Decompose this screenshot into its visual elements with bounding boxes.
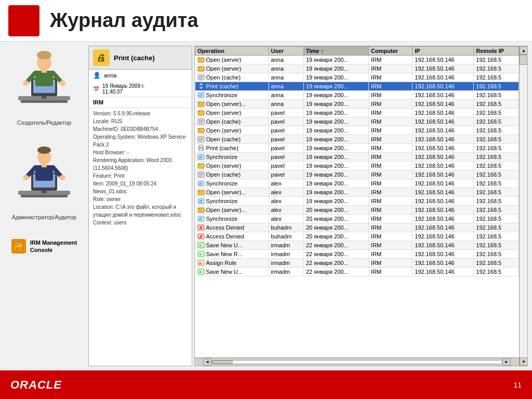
- cell-user: alex: [269, 215, 303, 223]
- cell-remote-ip: 192.168.5: [474, 241, 519, 250]
- table-row[interactable]: Open (server)pavel19 января 200...IRM192…: [195, 162, 519, 170]
- table-row[interactable]: Open (cache)anna19 января 200...IRM192.1…: [195, 73, 519, 82]
- cell-remote-ip: 192.168.5: [474, 109, 519, 117]
- cell-time: 19 января 200...: [303, 135, 368, 144]
- cell-user: alex: [269, 197, 303, 206]
- table-row[interactable]: ✗Access Deniedbuhadm20 января 200...IRM1…: [195, 232, 519, 241]
- cell-computer: IRM: [369, 73, 413, 82]
- svg-rect-46: [199, 123, 202, 124]
- table-row[interactable]: ↺Synchronizealex19 января 200...IRM192.1…: [195, 197, 519, 206]
- cell-user: anna: [269, 64, 303, 73]
- context-info: Context: users: [93, 219, 188, 227]
- table-row[interactable]: Open (cache)pavel19 января 200...IRM192.…: [195, 170, 519, 179]
- person2-svg: [16, 141, 73, 214]
- cell-user: pavel: [269, 153, 303, 162]
- svg-point-19: [37, 147, 51, 154]
- operation-icon: ↺: [197, 197, 205, 205]
- scroll-right-arrow[interactable]: ►: [502, 358, 511, 366]
- operation-text: Open (server): [206, 127, 242, 134]
- table-row[interactable]: +Save New R...irmadm22 января 200...IRM1…: [195, 250, 519, 259]
- cell-remote-ip: 192.168.5: [474, 64, 519, 73]
- table-row[interactable]: ↺Synchronizealex20 января 200...IRM192.1…: [195, 215, 519, 223]
- table-row[interactable]: ✗Access Deniedbuhadm20 января 200...IRM1…: [195, 223, 519, 232]
- cell-operation: ↺Synchronize: [195, 179, 269, 188]
- operation-text: Open (cache): [206, 136, 241, 142]
- operation-text: Print (cache): [206, 145, 238, 151]
- operation-text: Save New U...: [206, 269, 243, 275]
- col-operation[interactable]: Operation: [195, 47, 269, 56]
- cell-user: irmadm: [269, 268, 303, 276]
- table-row[interactable]: Open (cache)pavel19 января 200...IRM192.…: [195, 117, 519, 126]
- user-name: anna: [104, 72, 116, 78]
- table-row[interactable]: ↺Synchronizepavel19 января 200...IRM192.…: [195, 153, 519, 162]
- cell-user: pavel: [269, 109, 303, 117]
- audit-table: Operation User Time ↑ Computer IP Remote…: [195, 46, 519, 276]
- irm-console-label: IRM Management Console: [30, 239, 77, 254]
- cell-computer: IRM: [369, 241, 413, 250]
- scroll-down-arrow[interactable]: ▼: [520, 357, 527, 366]
- table-row[interactable]: +Save New U...irmadm22 января 200...IRM1…: [195, 268, 519, 276]
- operation-text: Save New R...: [206, 251, 243, 257]
- cell-time: 20 января 200...: [303, 215, 368, 223]
- svg-rect-54: [200, 145, 203, 147]
- table-row[interactable]: Open (server)pavel19 января 200...IRM192…: [195, 126, 519, 135]
- table-row[interactable]: Open (cache)pavel19 января 200...IRM192.…: [195, 135, 519, 144]
- cell-computer: IRM: [369, 268, 413, 276]
- cell-time: 22 января 200...: [303, 259, 368, 268]
- table-row[interactable]: ↺Synchronizealex19 января 200...IRM192.1…: [195, 179, 519, 188]
- operation-icon: [197, 206, 205, 214]
- date-value: 19 Январь 2009 г. 11:40:37: [102, 83, 144, 95]
- col-computer[interactable]: Computer: [369, 47, 413, 56]
- table-row[interactable]: Open (server)anna19 января 200...IRM192.…: [195, 56, 519, 64]
- cell-remote-ip: 192.168.5: [474, 223, 519, 232]
- cell-operation: +Save New R...: [195, 250, 269, 259]
- svg-rect-14: [21, 195, 68, 197]
- cell-time: 20 января 200...: [303, 232, 368, 241]
- cell-remote-ip: 192.168.5: [474, 144, 519, 153]
- cell-computer: IRM: [369, 206, 413, 215]
- table-scroll[interactable]: Operation User Time ↑ Computer IP Remote…: [195, 46, 519, 357]
- cell-computer: IRM: [369, 223, 413, 232]
- table-row[interactable]: Open (server)...alex20 января 200...IRM1…: [195, 206, 519, 215]
- operation-text: Open (server)...: [206, 207, 246, 213]
- cell-time: 19 января 200...: [303, 188, 368, 197]
- table-row[interactable]: Open (server)...alex19 января 200...IRM1…: [195, 188, 519, 197]
- table-row[interactable]: RAssign Roleirmadm22 января 200...IRM192…: [195, 259, 519, 268]
- table-row[interactable]: ↺Synchronizeanna19 января 200...IRM192.1…: [195, 91, 519, 100]
- cell-remote-ip: 192.168.5: [474, 232, 519, 241]
- cell-remote-ip: 192.168.5: [474, 188, 519, 197]
- table-row[interactable]: +Save New U...irmadm22 января 200...IRM1…: [195, 241, 519, 250]
- scroll-up-arrow[interactable]: ▲: [520, 46, 527, 55]
- col-user[interactable]: User: [269, 47, 303, 56]
- cell-time: 19 января 200...: [303, 162, 368, 170]
- table-row[interactable]: Open (server)anna19 января 200...IRM192.…: [195, 64, 519, 73]
- person1-figure: Создатель/Редактор: [16, 47, 73, 136]
- scroll-thumb[interactable]: [212, 361, 233, 364]
- table-row[interactable]: Open (server)pavel19 января 200...IRM192…: [195, 109, 519, 117]
- table-row[interactable]: Print (cache)pavel19 января 200...IRM192…: [195, 144, 519, 153]
- col-ip[interactable]: IP: [413, 47, 474, 56]
- cell-user: anna: [269, 73, 303, 82]
- table-row[interactable]: Open (server)...anna19 января 200...IRM1…: [195, 100, 519, 109]
- cell-computer: IRM: [369, 197, 413, 206]
- item-info: Item: 2009_01_19 08:05:24 News_01.sdoc: [93, 180, 188, 195]
- vertical-scrollbar[interactable]: ▲ ▼: [519, 46, 527, 366]
- table-panel: Operation User Time ↑ Computer IP Remote…: [194, 46, 528, 366]
- svg-rect-62: [199, 175, 203, 176]
- horizontal-scrollbar[interactable]: ◄ ►: [195, 357, 519, 366]
- cell-ip: 192.168.50.146: [413, 100, 474, 109]
- cell-time: 19 января 200...: [303, 197, 368, 206]
- operation-text: Synchronize: [206, 180, 238, 187]
- cell-time: 19 января 200...: [303, 144, 368, 153]
- detail-user: 👤 anna: [89, 70, 192, 81]
- svg-text:R: R: [199, 261, 202, 266]
- col-remote-ip[interactable]: Remote IP: [474, 47, 519, 56]
- cell-computer: IRM: [369, 126, 413, 135]
- table-row[interactable]: Print (cache)anna19 января 200...IRM192.…: [195, 82, 519, 91]
- scroll-thumb-v[interactable]: [520, 55, 527, 65]
- svg-rect-52: [199, 140, 202, 141]
- svg-rect-55: [200, 149, 203, 151]
- col-time[interactable]: Time ↑: [303, 47, 368, 56]
- cell-remote-ip: 192.168.5: [474, 100, 519, 109]
- scroll-left-arrow[interactable]: ◄: [203, 358, 211, 366]
